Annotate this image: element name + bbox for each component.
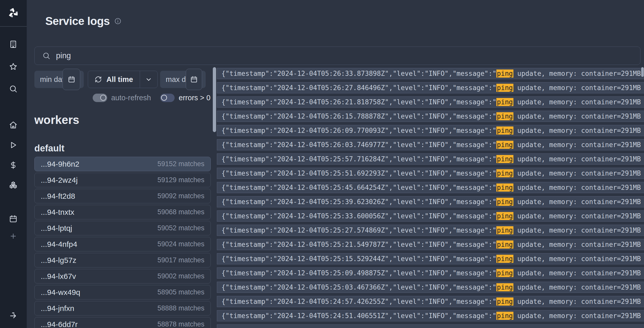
worker-match-count: 58888 matches — [157, 304, 204, 312]
log-row[interactable]: {"timestamp":"2024-12-04T05:26:03.746977… — [217, 139, 644, 150]
highlighted-match: ping — [496, 183, 513, 192]
worker-id: ...94-wx49q — [41, 288, 80, 297]
worker-match-count: 59152 matches — [157, 160, 204, 168]
windmill-logo[interactable] — [7, 7, 19, 19]
highlighted-match: ping — [496, 226, 513, 234]
time-range-button[interactable]: All time — [88, 71, 158, 88]
worker-row[interactable]: ...94-9h6n2 59152 matches — [34, 157, 211, 171]
min-date-calendar-button[interactable] — [63, 69, 80, 90]
worker-row[interactable]: ...94-wx49q 58905 matches — [34, 285, 211, 300]
log-row[interactable]: {"timestamp":"2024-12-04T05:26:33.873898… — [217, 68, 644, 79]
highlighted-match: ping — [496, 84, 513, 92]
search-nav-icon[interactable] — [9, 84, 18, 93]
log-row[interactable]: {"timestamp":"2024-12-04T05:26:21.818758… — [217, 96, 644, 108]
log-line: {"timestamp":"2024-12-04T05:26:21.818758… — [221, 98, 641, 106]
worker-row[interactable]: ...94-6dd7r 58878 matches — [34, 317, 211, 328]
worker-id: ...94-jnfxn — [41, 304, 74, 313]
worker-row[interactable]: ...94-tnxtx 59068 matches — [34, 205, 211, 219]
highlighted-match: ping — [496, 112, 513, 120]
log-list: {"timestamp":"2024-12-04T05:26:33.873898… — [217, 68, 644, 328]
log-line: {"timestamp":"2024-12-04T05:25:51.692293… — [221, 169, 641, 177]
worker-row[interactable]: ...94-4nfp4 59024 matches — [34, 237, 211, 251]
search-input[interactable] — [56, 51, 361, 60]
schedules-calendar-icon[interactable] — [9, 215, 18, 223]
log-row[interactable]: {"timestamp":"2024-12-04T05:25:21.549787… — [217, 239, 644, 250]
worker-match-count: 59129 matches — [157, 176, 204, 184]
log-row[interactable]: {"timestamp":"2024-12-04T05:25:15.529244… — [217, 253, 644, 264]
home-icon[interactable] — [9, 121, 18, 129]
log-panel-scrollbar[interactable] — [213, 67, 216, 132]
worker-row[interactable]: ...94-lg57z 59017 matches — [34, 253, 211, 267]
log-row[interactable]: {"timestamp":"2024-12-04T05:25:45.664254… — [217, 182, 644, 193]
log-line: {"timestamp":"2024-12-04T05:25:09.498875… — [221, 269, 641, 277]
workers-heading: workers — [34, 113, 79, 127]
highlighted-match: ping — [496, 312, 513, 320]
highlighted-match: ping — [496, 297, 513, 306]
log-line: {"timestamp":"2024-12-04T05:26:09.770093… — [221, 127, 641, 134]
log-row[interactable]: {"timestamp":"2024-12-04T05:25:57.716284… — [217, 153, 644, 165]
resources-cubes-icon[interactable] — [9, 181, 18, 190]
log-row[interactable]: {"timestamp":"2024-12-04T05:26:27.846496… — [217, 82, 644, 93]
log-row[interactable] — [217, 324, 644, 328]
chevron-down-icon — [145, 76, 152, 83]
log-row[interactable]: {"timestamp":"2024-12-04T05:25:03.467366… — [217, 282, 644, 293]
log-row[interactable]: {"timestamp":"2024-12-04T05:24:57.426255… — [217, 296, 644, 307]
log-row[interactable]: {"timestamp":"2024-12-04T05:25:39.623026… — [217, 196, 644, 207]
worker-id: ...94-4nfp4 — [41, 240, 77, 249]
toggle-knob — [161, 95, 167, 101]
highlighted-match: ping — [496, 283, 513, 291]
min-date-input[interactable]: min date — [34, 71, 84, 88]
log-line: {"timestamp":"2024-12-04T05:24:57.426255… — [221, 298, 641, 305]
max-date-calendar-button[interactable] — [186, 69, 202, 90]
favorites-star-icon[interactable] — [9, 62, 18, 71]
max-date-input[interactable]: max date — [160, 71, 206, 88]
time-range-dropdown[interactable] — [140, 71, 157, 88]
runs-play-icon[interactable] — [9, 141, 18, 149]
worker-match-count: 59002 matches — [157, 272, 204, 280]
log-row[interactable]: {"timestamp":"2024-12-04T05:26:15.788878… — [217, 111, 644, 122]
calendar-icon — [190, 76, 198, 83]
log-row[interactable]: {"timestamp":"2024-12-04T05:24:51.406551… — [217, 310, 644, 321]
worker-row[interactable]: ...94-lptqj 59052 matches — [34, 221, 211, 235]
expand-sidebar-arrow-icon[interactable] — [9, 311, 18, 320]
log-line: {"timestamp":"2024-12-04T05:26:27.846496… — [221, 84, 641, 92]
log-search-bar — [34, 47, 640, 65]
highlighted-match: ping — [496, 98, 513, 106]
log-panel-right-scrollbar[interactable] — [641, 67, 644, 77]
worker-id: ...94-lx67v — [41, 272, 76, 281]
worker-row[interactable]: ...94-2wz4j 59129 matches — [34, 173, 211, 187]
highlighted-match: ping — [496, 269, 513, 277]
toggles-row: auto-refresh errors > 0 — [88, 93, 211, 103]
toggle-knob — [100, 95, 106, 101]
highlighted-match: ping — [496, 169, 513, 177]
calendar-icon — [68, 76, 75, 83]
log-line: {"timestamp":"2024-12-04T05:25:45.664254… — [221, 184, 641, 191]
worker-match-count: 59024 matches — [157, 240, 204, 248]
billing-dollar-icon[interactable] — [9, 161, 18, 169]
log-row[interactable]: {"timestamp":"2024-12-04T05:26:09.770093… — [217, 125, 644, 136]
worker-id: ...94-ft2d8 — [41, 192, 75, 201]
log-row[interactable]: {"timestamp":"2024-12-04T05:25:33.600056… — [217, 210, 644, 222]
refresh-icon — [95, 76, 102, 83]
highlighted-match: ping — [496, 212, 513, 220]
highlighted-match: ping — [496, 255, 513, 263]
info-icon[interactable] — [114, 18, 121, 25]
errors-filter-toggle[interactable] — [160, 94, 175, 102]
worker-row[interactable]: ...94-ft2d8 59092 matches — [34, 189, 211, 203]
workspace-building-icon[interactable] — [9, 40, 18, 49]
worker-group-heading: default — [34, 143, 64, 154]
auto-refresh-toggle[interactable] — [93, 94, 107, 102]
worker-match-count: 59017 matches — [157, 256, 204, 264]
log-row[interactable]: {"timestamp":"2024-12-04T05:25:51.692293… — [217, 168, 644, 179]
worker-id: ...94-lptqj — [41, 224, 72, 233]
time-range-main[interactable]: All time — [88, 71, 140, 88]
log-row[interactable]: {"timestamp":"2024-12-04T05:25:09.498875… — [217, 267, 644, 279]
worker-match-count: 59068 matches — [157, 208, 204, 216]
log-row[interactable]: {"timestamp":"2024-12-04T05:25:27.574869… — [217, 225, 644, 236]
worker-row[interactable]: ...94-jnfxn 58888 matches — [34, 301, 211, 316]
log-line: {"timestamp":"2024-12-04T05:25:15.529244… — [221, 255, 641, 263]
worker-row[interactable]: ...94-lx67v 59002 matches — [34, 269, 211, 283]
worker-id: ...94-tnxtx — [41, 208, 74, 217]
highlighted-match: ping — [496, 69, 513, 78]
add-plus-icon[interactable] — [9, 232, 17, 240]
